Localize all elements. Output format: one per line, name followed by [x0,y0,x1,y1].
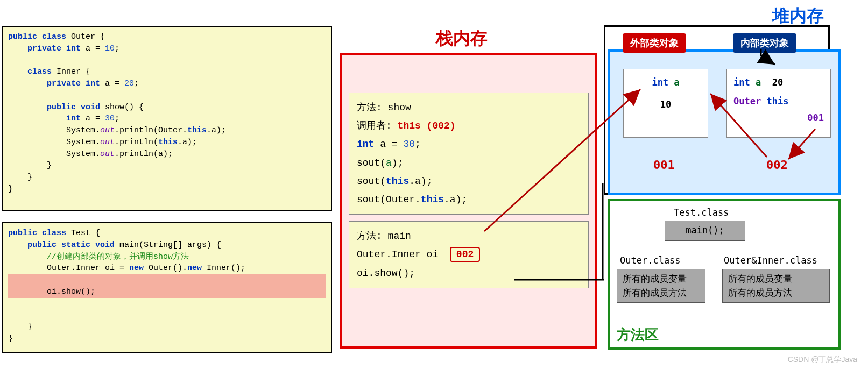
heap-inner-object: int a 20 Outer this 001 [726,69,831,138]
heap-addr-002: 002 [766,158,788,172]
heap-container: int a 10 int a 20 Outer this 001 001 002 [608,49,841,195]
code-test-class: public class Test { public static void m… [2,222,332,353]
outer-object-badge: 外部类对象 [623,33,686,53]
stack-frame-show: 方法: show 调用者: this (002) int a = 30; sou… [349,93,589,215]
frame-method-label: 方法: show [357,98,581,117]
frame-oi-decl: Outer.Inner oi 002 [357,245,581,264]
method-area-inner-members: 所有的成员变量 所有的成员方法 [722,269,830,303]
frame-sout-a: sout(a); [357,154,581,172]
method-area-outer-class-label: Outer.class [620,255,681,266]
frame-oi-show: oi.show(); [357,264,581,282]
frame-sout-outer-this-a: sout(Outer.this.a); [357,190,581,209]
method-area-outer-members: 所有的成员变量 所有的成员方法 [617,269,705,303]
method-area-test-main: main(); [665,221,745,241]
frame-local-a: int a = 30; [357,135,581,153]
heap-title: 堆内存 [772,4,824,28]
stack-title: 栈内存 [436,27,488,51]
frame-sout-this-a: sout(this.a); [357,172,581,190]
watermark: CSDN @丁总学Java [788,355,857,365]
frame-caller: 调用者: this (002) [357,117,581,135]
heap-addr-001: 001 [653,158,675,172]
method-area-test-class-label: Test.class [674,207,729,218]
method-area-title: 方法区 [617,325,659,344]
method-area-inner-class-label: Outer&Inner.class [724,255,817,266]
heap-outer-object: int a 10 [623,69,708,138]
code-outer-class: public class Outer { private int a = 10;… [2,26,332,211]
frame-main-label: 方法: main [357,227,581,245]
stack-container: 方法: show 调用者: this (002) int a = 30; sou… [340,53,597,349]
stack-frame-main: 方法: main Outer.Inner oi 002 oi.show(); [349,221,589,288]
inner-object-badge: 内部类对象 [733,33,796,53]
